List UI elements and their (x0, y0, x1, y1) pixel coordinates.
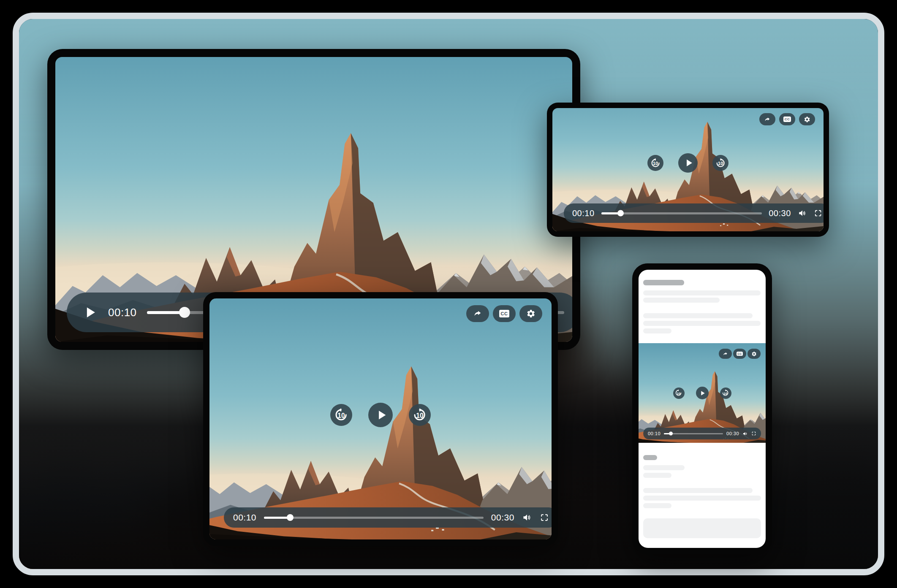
phone-video-surface[interactable]: CC 10 10 00:10 (639, 343, 766, 443)
seek-thumb[interactable] (669, 432, 673, 436)
seek-thumb[interactable] (179, 307, 190, 318)
top-right-controls: CC (759, 113, 815, 125)
current-time: 00:10 (648, 431, 661, 436)
rewind-10-button[interactable]: 10 (673, 387, 685, 399)
play-button[interactable] (82, 303, 98, 321)
compact-video-surface[interactable]: CC 10 10 00:10 (552, 108, 824, 231)
play-button[interactable] (678, 153, 698, 173)
settings-button[interactable] (748, 349, 761, 359)
play-icon (699, 390, 706, 397)
top-right-controls: CC (719, 349, 761, 359)
share-button[interactable] (759, 113, 775, 125)
top-right-controls: CC (466, 305, 542, 322)
current-time: 00:10 (233, 512, 256, 523)
placeholder-line (643, 503, 671, 508)
seek-thumb[interactable] (287, 514, 294, 521)
placeholder-line (643, 465, 685, 470)
share-button[interactable] (466, 305, 489, 322)
fullscreen-icon[interactable] (814, 209, 822, 217)
play-button[interactable] (368, 403, 393, 427)
center-controls: 10 10 (647, 153, 728, 173)
tablet-video-surface[interactable]: CC 10 10 00:10 (209, 298, 552, 539)
volume-icon[interactable] (742, 431, 748, 436)
placeholder-title (643, 280, 684, 285)
settings-button[interactable] (799, 113, 815, 125)
skip-label: 10 (723, 391, 727, 395)
share-button[interactable] (719, 349, 732, 359)
captions-button[interactable]: CC (779, 113, 795, 125)
settings-button[interactable] (519, 305, 542, 322)
forward-10-button[interactable]: 10 (409, 404, 431, 426)
phone-article-top (639, 270, 766, 343)
seek-fill (664, 433, 671, 434)
play-icon (683, 157, 694, 168)
rewind-10-button[interactable]: 10 (330, 404, 352, 426)
placeholder-line (643, 496, 761, 501)
play-icon (375, 408, 388, 422)
duration: 00:30 (726, 431, 739, 436)
placeholder-line (643, 488, 753, 493)
cc-icon: CC (783, 117, 791, 122)
play-button[interactable] (696, 387, 709, 399)
phone-control-bar: 00:10 00:30 (643, 428, 761, 439)
forward-10-button[interactable]: 10 (720, 387, 731, 399)
placeholder-line (643, 473, 671, 478)
share-icon (723, 351, 728, 357)
placeholder-line (643, 328, 671, 333)
fullscreen-icon[interactable] (540, 513, 549, 522)
seek-thumb[interactable] (617, 210, 624, 217)
seek-bar[interactable] (601, 212, 762, 214)
placeholder-line (643, 313, 753, 318)
share-icon (473, 309, 482, 318)
compact-player-frame: CC 10 10 00:10 (547, 103, 829, 237)
seek-fill (601, 212, 621, 214)
phone-screen: CC 10 10 00:10 (639, 270, 766, 548)
share-icon (764, 116, 771, 123)
tablet-player-frame: CC 10 10 00:10 (203, 292, 558, 546)
center-controls: 10 10 (330, 403, 431, 427)
skip-label: 10 (718, 161, 723, 166)
placeholder-line (643, 290, 761, 295)
seek-fill (147, 311, 185, 314)
captions-button[interactable]: CC (733, 349, 746, 359)
phone-frame: CC 10 10 00:10 (632, 263, 772, 554)
fullscreen-icon[interactable] (751, 431, 756, 436)
skip-label: 10 (677, 391, 680, 395)
volume-icon[interactable] (798, 209, 807, 218)
current-time: 00:10 (572, 209, 595, 218)
placeholder-label (643, 455, 657, 460)
placeholder-box (643, 518, 761, 538)
gear-icon (526, 309, 535, 318)
captions-button[interactable]: CC (493, 305, 516, 322)
compact-control-bar: 00:10 00:30 (564, 203, 824, 223)
gear-icon (751, 351, 757, 357)
placeholder-line (643, 298, 720, 303)
play-icon (82, 303, 98, 321)
volume-icon[interactable] (522, 512, 532, 523)
duration: 00:30 (491, 512, 514, 523)
seek-bar[interactable] (264, 517, 484, 519)
placeholder-line (643, 321, 761, 326)
duration: 00:30 (769, 209, 791, 218)
page: { "labels": { "cc": "CC", "skip": "10" }… (0, 0, 897, 588)
tablet-control-bar: 00:10 00:30 (224, 507, 552, 528)
phone-article-bottom (639, 443, 766, 548)
seek-fill (264, 517, 290, 519)
skip-label: 10 (653, 161, 658, 166)
center-controls: 10 10 (673, 387, 731, 399)
forward-10-button[interactable]: 10 (712, 155, 728, 171)
skip-label: 10 (416, 412, 423, 420)
cc-icon: CC (499, 310, 509, 317)
cc-icon: CC (737, 352, 742, 356)
gear-icon (804, 116, 810, 123)
seek-bar[interactable] (664, 433, 723, 434)
skip-label: 10 (337, 412, 345, 420)
current-time: 00:10 (108, 306, 137, 319)
rewind-10-button[interactable]: 10 (647, 155, 663, 171)
